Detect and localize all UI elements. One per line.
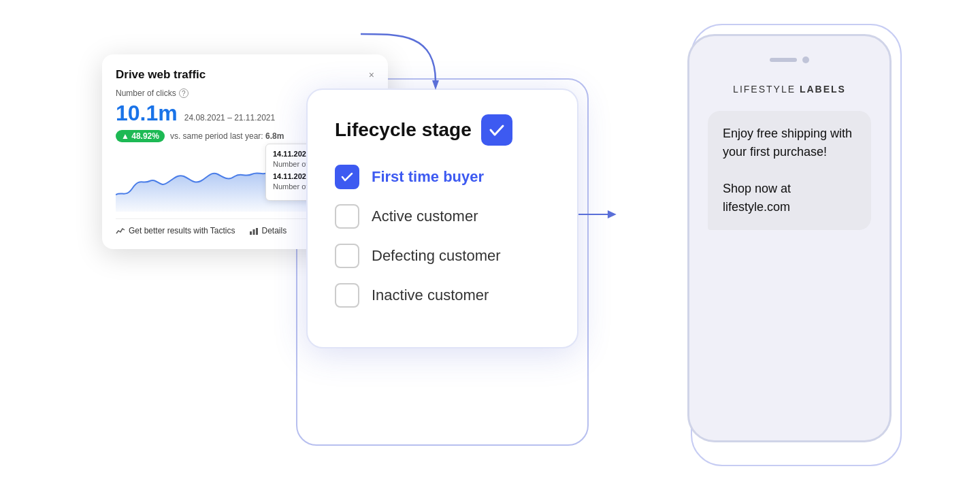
sms-bubble: Enjoy free shipping with your first purc… xyxy=(708,111,871,230)
svg-rect-2 xyxy=(256,228,258,235)
traffic-card-header: Drive web traffic × xyxy=(116,68,374,82)
option-label-2: Defecting customer xyxy=(372,247,501,265)
scene: Drive web traffic × Number of clicks ? 1… xyxy=(82,14,898,476)
sms-message: Enjoy free shipping with your first purc… xyxy=(723,127,852,214)
tactics-link[interactable]: Get better results with Tactics xyxy=(116,226,235,235)
check-icon-0 xyxy=(340,169,355,184)
arrow-right xyxy=(578,204,619,225)
option-row-0[interactable]: First time buyer xyxy=(335,165,550,189)
option-row-1[interactable]: Active customer xyxy=(335,204,550,229)
right-arrow-icon xyxy=(578,204,619,225)
lifecycle-check-badge xyxy=(481,114,512,146)
metric-period: 24.08.2021 – 21.11.2021 xyxy=(184,113,275,122)
brand-bold: LABELS xyxy=(800,84,846,95)
checkbox-2[interactable] xyxy=(335,244,359,268)
svg-marker-5 xyxy=(608,210,617,218)
up-badge: ▲ 48.92% xyxy=(116,130,165,142)
checkbox-1[interactable] xyxy=(335,204,359,229)
vs-text: vs. same period last year: 6.8m xyxy=(170,131,284,141)
phone-brand: LIFESTYLE LABELS xyxy=(733,84,846,95)
checkmark-icon xyxy=(488,121,506,139)
phone-mockup: LIFESTYLE LABELS Enjoy free shipping wit… xyxy=(687,34,892,442)
option-row-3[interactable]: Inactive customer xyxy=(335,283,550,308)
clicks-label-text: Number of clicks xyxy=(116,88,176,98)
lifecycle-title: Lifecycle stage xyxy=(335,119,472,141)
option-label-0: First time buyer xyxy=(372,168,484,186)
info-icon[interactable]: ? xyxy=(179,88,189,98)
checkbox-0[interactable] xyxy=(335,165,359,189)
checkbox-3[interactable] xyxy=(335,283,359,308)
phone-notch xyxy=(770,56,809,63)
brand-light: LIFESTYLE xyxy=(733,84,800,95)
phone-dot xyxy=(802,56,809,63)
option-label-3: Inactive customer xyxy=(372,287,489,304)
details-link[interactable]: Details xyxy=(249,226,287,235)
lifecycle-header: Lifecycle stage xyxy=(335,114,550,146)
svg-rect-0 xyxy=(250,231,252,235)
lifecycle-card: Lifecycle stage First time buyerActive c… xyxy=(306,88,578,348)
phone-pill xyxy=(770,58,797,62)
details-label: Details xyxy=(262,226,287,235)
chart-icon xyxy=(116,226,125,235)
option-row-2[interactable]: Defecting customer xyxy=(335,244,550,268)
svg-rect-1 xyxy=(252,229,255,235)
bar-chart-icon xyxy=(249,226,259,235)
svg-marker-3 xyxy=(432,80,439,90)
metric-value: 10.1m xyxy=(116,101,178,126)
option-label-1: Active customer xyxy=(372,208,478,225)
lifecycle-options: First time buyerActive customerDefecting… xyxy=(335,165,550,308)
tactics-label: Get better results with Tactics xyxy=(129,226,235,235)
vs-value: 6.8m xyxy=(265,131,284,141)
traffic-card-title: Drive web traffic xyxy=(116,68,206,82)
curved-arrow xyxy=(347,27,456,109)
